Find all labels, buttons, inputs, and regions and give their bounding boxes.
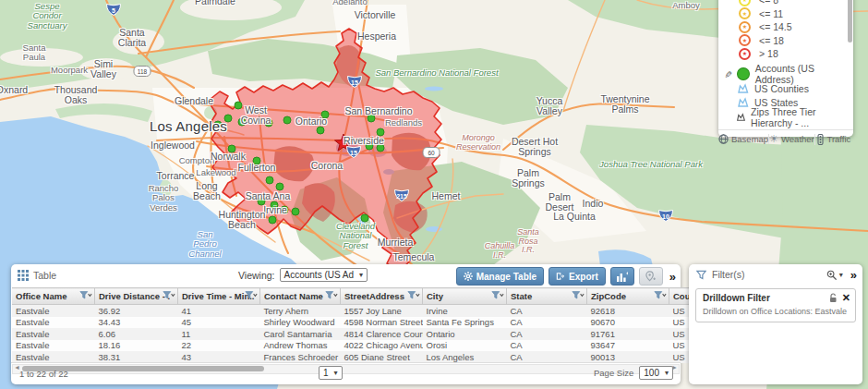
basemap-button[interactable]: Basemap	[718, 134, 768, 144]
filter-sort-icon[interactable]	[654, 290, 667, 300]
drive-time-legend-item[interactable]: ★<= 18	[739, 34, 853, 48]
table-cell: 1557 Joy Lane	[341, 305, 423, 317]
table-cell: Orosi	[423, 340, 507, 352]
account-marker[interactable]	[266, 176, 273, 184]
table-row[interactable]: Eastvale18.1622Andrew Thomas4022 Chicago…	[12, 340, 738, 352]
collapse-table-panel-icon[interactable]: »	[669, 270, 676, 284]
unlock-icon[interactable]	[828, 293, 838, 303]
table-cell: 38.31	[95, 351, 178, 363]
drive-time-dot-icon: ★	[739, 21, 751, 33]
account-marker[interactable]	[321, 111, 329, 118]
account-marker[interactable]	[238, 118, 246, 126]
column-header[interactable]: Drive Time - Min..	[178, 288, 260, 305]
table-cell: 34.43	[95, 317, 178, 329]
account-marker[interactable]	[276, 183, 283, 190]
polygon-layer-icon	[737, 83, 749, 94]
table-cell: 90013	[587, 351, 669, 363]
column-header[interactable]: City	[423, 288, 507, 305]
layer-legend-item[interactable]: ✎Accounts (US Address)	[724, 67, 853, 82]
filter-sort-icon[interactable]	[491, 290, 504, 300]
account-marker[interactable]	[377, 144, 384, 152]
edit-pencil-icon[interactable]: ✎	[723, 70, 733, 78]
table-row[interactable]: Eastvale36.9241Terry Ahern1557 Joy LaneI…	[12, 305, 738, 317]
table-cell: Irvine	[423, 305, 507, 317]
traffic-button[interactable]: Traffic	[814, 134, 853, 145]
drive-time-legend-item[interactable]: ★<= 8	[739, 0, 853, 7]
table-cell: CA	[507, 317, 587, 329]
account-marker[interactable]	[258, 198, 265, 205]
zoom-to-filter-button[interactable]: ▾	[826, 270, 843, 281]
column-header[interactable]: Drive Distance - .	[95, 288, 178, 305]
page-select[interactable]: 1▾	[319, 366, 343, 380]
drilldown-filter-card: Drilldown Filter ✕ Drilldown on Office L…	[695, 288, 856, 322]
add-pin-button-disabled	[639, 267, 663, 286]
page-size-label: Page Size	[594, 368, 633, 378]
account-marker[interactable]	[269, 216, 276, 224]
account-marker[interactable]	[228, 145, 235, 152]
column-header[interactable]: Contact Name	[260, 288, 341, 305]
account-marker[interactable]	[265, 119, 272, 127]
table-cell: Ontario	[423, 328, 507, 340]
column-header[interactable]: ZipCode	[587, 288, 669, 305]
layer-label: Accounts (US Address)	[755, 63, 853, 85]
filter-sort-icon[interactable]	[407, 290, 420, 300]
export-button[interactable]: Export	[549, 267, 606, 286]
account-marker[interactable]	[283, 116, 291, 124]
chevron-down-icon: ▾	[334, 369, 338, 377]
column-header[interactable]: State	[507, 288, 587, 305]
account-marker[interactable]	[253, 157, 260, 164]
filter-sort-icon[interactable]	[572, 290, 585, 300]
chevron-down-icon: ▾	[665, 369, 669, 377]
filter-sort-icon[interactable]	[245, 290, 258, 300]
table-cell: 605 Diane Street	[341, 351, 423, 363]
filters-title: Filter(s)	[712, 269, 745, 280]
viewing-select[interactable]: Accounts (US Ad▾	[280, 268, 368, 282]
account-marker[interactable]	[366, 142, 373, 150]
drive-time-legend-item[interactable]: ★<= 14.5	[739, 20, 853, 34]
collapse-filters-panel-icon[interactable]: »	[850, 268, 857, 282]
account-marker[interactable]	[281, 206, 288, 213]
drive-time-legend-item[interactable]: ★> 18	[739, 47, 853, 61]
table-row[interactable]: Eastvale38.3143Frances Schroeder605 Dian…	[12, 351, 738, 363]
filter-sort-icon[interactable]	[325, 290, 338, 300]
account-marker[interactable]	[214, 121, 222, 128]
column-header[interactable]: Office Name	[12, 288, 95, 305]
bar-chart-plus-icon	[616, 272, 628, 282]
table-footer: 1 to 22 of 22 1▾ Page Size 100▾	[11, 362, 681, 384]
table-row[interactable]: Eastvale6.0611Carol Santamaria4814 Clare…	[12, 328, 738, 340]
weather-button[interactable]: ☀Weather	[768, 134, 814, 144]
table-row[interactable]: Eastvale34.4345Shirley Woodward4598 Norm…	[12, 317, 738, 329]
map-pin-plus-icon	[645, 271, 656, 282]
filter-sort-icon[interactable]	[163, 290, 175, 300]
manage-table-button[interactable]: Manage Table	[456, 267, 544, 286]
table-panel-header: Table Viewing: Accounts (US Ad▾ Manage T…	[11, 264, 681, 287]
drive-time-label: <= 8	[759, 0, 778, 6]
account-marker[interactable]	[317, 127, 324, 134]
column-header[interactable]: StreetAddress	[341, 288, 423, 305]
table-cell: 4022 Chicago Avenue	[341, 340, 423, 352]
table-grid-icon	[18, 270, 29, 281]
account-marker[interactable]	[292, 208, 299, 215]
table-cell: 41	[178, 305, 260, 317]
filter-sort-icon[interactable]	[79, 290, 92, 300]
account-marker[interactable]	[224, 115, 232, 122]
table-cell: CA	[507, 328, 587, 340]
polygon-layer-icon	[737, 97, 749, 108]
add-chart-button[interactable]	[610, 267, 634, 286]
drive-time-legend: ★<= 8★<= 11★<= 14.5★<= 18★> 18	[718, 0, 853, 61]
drive-time-legend-item[interactable]: ★<= 11	[739, 7, 853, 21]
account-marker[interactable]	[271, 201, 278, 209]
interstate-shield: 10	[658, 209, 674, 223]
account-marker[interactable]	[361, 214, 368, 222]
layer-legend-item[interactable]: Zips Three Tier Hierarchy - ...	[724, 110, 853, 125]
page-size-select[interactable]: 100▾	[639, 366, 673, 380]
magnifier-plus-icon	[826, 270, 838, 281]
table-cell: Frances Schroeder	[260, 351, 341, 363]
legend-scrollbar[interactable]	[848, 0, 852, 43]
account-marker[interactable]	[377, 128, 384, 136]
traffic-light-icon	[817, 134, 824, 145]
drilldown-filter-title: Drilldown Filter	[703, 293, 849, 303]
account-marker[interactable]	[235, 102, 242, 109]
account-marker[interactable]	[368, 115, 375, 122]
remove-filter-icon[interactable]: ✕	[842, 292, 850, 304]
